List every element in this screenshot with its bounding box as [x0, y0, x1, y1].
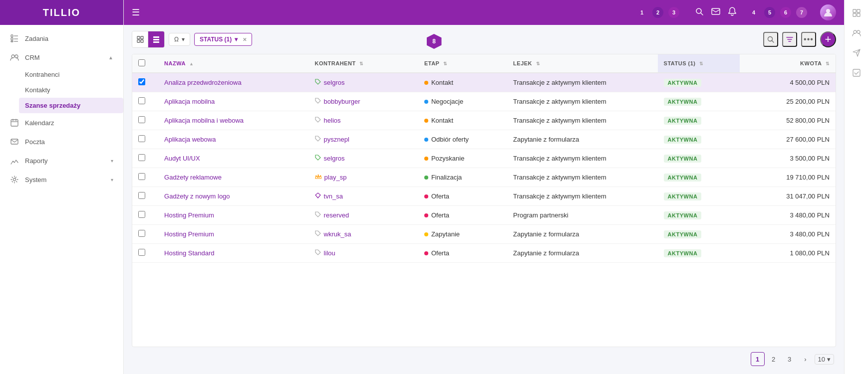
view-grid-button[interactable] [132, 31, 148, 47]
nazwa-link[interactable]: Audyt UI/UX [164, 155, 200, 162]
sidebar-item-kontrahenci[interactable]: Kontrahenci [25, 67, 123, 82]
page-size-selector[interactable]: 10 ▾ [815, 354, 834, 365]
table-row: Aplikacja mobilna i webowa helios Kontak… [132, 111, 836, 130]
kontrahent-link[interactable]: wkruk_sa [324, 230, 351, 238]
cell-checkbox[interactable] [132, 92, 158, 111]
nazwa-link[interactable]: Aplikacja webowa [164, 136, 216, 143]
add-button[interactable]: + [820, 31, 836, 47]
kontrahent-link[interactable]: play_sp [324, 174, 347, 181]
sidebar-item-szanse[interactable]: Szanse sprzedaży [19, 98, 123, 113]
topbar-badge-1[interactable]: 1 [636, 7, 647, 18]
omega-filter-button[interactable]: Ω ▾ [169, 33, 190, 46]
cell-checkbox[interactable] [132, 206, 158, 225]
filter-button[interactable] [782, 32, 797, 47]
sidebar-item-zadania[interactable]: Zadania [0, 29, 123, 48]
row-checkbox[interactable] [138, 249, 145, 256]
rp-icon-people[interactable] [848, 24, 866, 42]
cell-checkbox[interactable] [132, 225, 158, 244]
more-button[interactable]: ••• [801, 32, 816, 47]
status-badge: AKTYWNA [664, 230, 702, 238]
status-filter-close[interactable]: ✕ [243, 37, 247, 42]
svg-rect-12 [11, 139, 18, 144]
cell-checkbox[interactable] [132, 111, 158, 130]
user-avatar[interactable] [820, 4, 836, 20]
kontrahent-icon [315, 192, 321, 200]
cell-checkbox[interactable] [132, 244, 158, 263]
mail-icon-topbar[interactable] [711, 8, 720, 17]
rp-icon-send[interactable] [848, 44, 866, 62]
status-filter-chip[interactable]: STATUS (1) ▾ ✕ [194, 33, 252, 46]
rp-icon-check[interactable] [848, 64, 866, 82]
topbar-badge-3[interactable]: 3 [668, 7, 679, 18]
kontrahent-link[interactable]: tvn_sa [324, 192, 343, 200]
cell-checkbox[interactable] [132, 149, 158, 168]
page-size-value: 10 [818, 356, 825, 363]
nazwa-link[interactable]: Aplikacja mobilna i webowa [164, 117, 244, 124]
row-checkbox[interactable] [138, 230, 145, 237]
nazwa-link[interactable]: Hosting Premium [164, 211, 214, 219]
menu-icon[interactable]: ☰ [132, 7, 140, 18]
row-checkbox[interactable] [138, 78, 145, 85]
col-header-kontrahent[interactable]: KONTRAHENT ⇅ [309, 54, 418, 73]
search-button[interactable] [763, 32, 778, 47]
col-header-nazwa[interactable]: NAZWA ▲ [158, 54, 309, 73]
page-3-button[interactable]: 3 [783, 352, 797, 366]
col-header-lejek[interactable]: LEJEK ⇅ [507, 54, 658, 73]
kontrahent-link[interactable]: selgros [324, 79, 345, 86]
sidebar-item-poczta[interactable]: Poczta [0, 132, 123, 151]
topbar-badge-6[interactable]: 6 [780, 7, 791, 18]
row-checkbox[interactable] [138, 135, 145, 142]
topbar-badge-7[interactable]: 7 [796, 7, 807, 18]
sidebar-item-system[interactable]: System ▾ [0, 170, 123, 189]
kwota-value: 19 710,00 PLN [786, 174, 830, 181]
kontrahent-link[interactable]: bobbyburger [324, 98, 360, 105]
nazwa-link[interactable]: Gadżety z nowym logo [164, 192, 230, 200]
topbar-badge-2[interactable]: 2 [652, 7, 663, 18]
col-header-kwota[interactable]: KWOTA ⇅ [740, 54, 836, 73]
sidebar-item-kalendarz[interactable]: Kalendarz [0, 113, 123, 132]
cell-checkbox[interactable] [132, 168, 158, 187]
cell-etap: Pozyskanie [418, 149, 507, 168]
kontrahent-link[interactable]: pysznepl [324, 136, 349, 143]
kontrahent-link[interactable]: lilou [324, 249, 335, 257]
topbar-badge-5[interactable]: 5 [764, 7, 775, 18]
cell-kwota: 3 500,00 PLN [740, 149, 836, 168]
content-area: Ω ▾ STATUS (1) ▾ ✕ 8 ••• [124, 25, 844, 374]
row-checkbox[interactable] [138, 154, 145, 161]
search-icon-topbar[interactable] [695, 7, 703, 17]
kontrahent-link[interactable]: reserved [324, 211, 349, 219]
page-next-button[interactable]: › [799, 352, 813, 366]
page-1-button[interactable]: 1 [751, 352, 765, 366]
row-checkbox[interactable] [138, 211, 145, 218]
page-2-button[interactable]: 2 [767, 352, 781, 366]
cell-checkbox[interactable] [132, 73, 158, 92]
row-checkbox[interactable] [138, 173, 145, 180]
cell-checkbox[interactable] [132, 130, 158, 149]
sidebar-item-crm[interactable]: CRM ▲ [0, 48, 123, 67]
col-header-status[interactable]: STATUS (1) ⇅ [658, 54, 740, 73]
kontrahent-link[interactable]: helios [324, 117, 341, 124]
nazwa-link[interactable]: Gadżety reklamowe [164, 174, 222, 181]
bell-icon[interactable] [728, 7, 736, 18]
nazwa-link[interactable]: Aplikacja mobilna [164, 98, 215, 105]
row-checkbox[interactable] [138, 192, 145, 199]
col-header-checkbox[interactable] [132, 54, 158, 73]
topbar-badge-4[interactable]: 4 [748, 7, 759, 18]
kontrahent-link[interactable]: selgros [324, 155, 345, 162]
row-checkbox[interactable] [138, 116, 145, 123]
select-all-checkbox[interactable] [138, 59, 145, 66]
toolbar: Ω ▾ STATUS (1) ▾ ✕ 8 ••• [132, 31, 836, 48]
right-panel [844, 0, 868, 374]
nazwa-link[interactable]: Hosting Premium [164, 230, 214, 238]
col-header-etap[interactable]: ETAP ⇅ [418, 54, 507, 73]
cell-kwota: 25 200,00 PLN [740, 92, 836, 111]
nazwa-link[interactable]: Analiza przedwdrożeniowa [164, 79, 242, 86]
view-list-button[interactable] [148, 31, 164, 47]
cell-checkbox[interactable] [132, 187, 158, 206]
rp-icon-grid[interactable] [848, 4, 866, 22]
sidebar-item-kontakty[interactable]: Kontakty [25, 82, 123, 98]
row-checkbox[interactable] [138, 97, 145, 104]
sidebar-item-raporty[interactable]: Raporty ▾ [0, 151, 123, 170]
table-row: Aplikacja webowa pysznepl Odbiór oferty … [132, 130, 836, 149]
nazwa-link[interactable]: Hosting Standard [164, 249, 214, 257]
